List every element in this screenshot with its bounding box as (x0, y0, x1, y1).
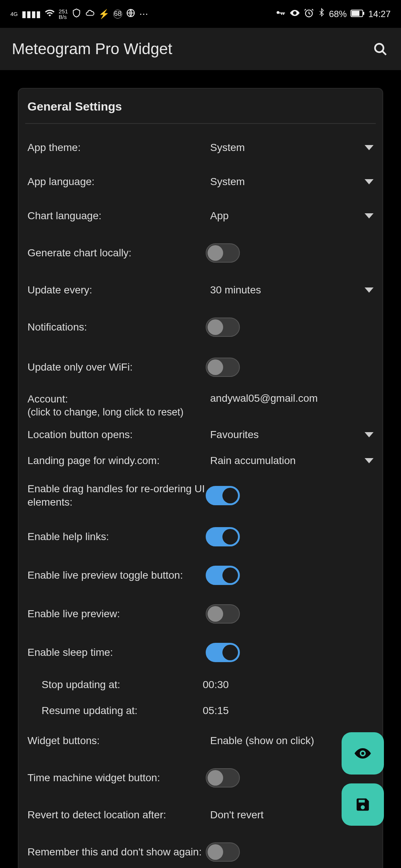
label-widget-buttons: Widget buttons: (27, 734, 206, 747)
fab-save[interactable] (342, 783, 384, 826)
search-button[interactable] (371, 40, 389, 58)
alarm-icon (304, 8, 314, 20)
save-icon (355, 796, 371, 813)
label-account-sub: (click to change, long click to reset) (27, 406, 206, 419)
label-resume-updating: Resume updating at: (27, 704, 198, 717)
svg-rect-3 (352, 11, 359, 16)
signal-icon: ▮▮▮▮ (22, 9, 41, 19)
label-chart-language: Chart language: (27, 209, 206, 223)
row-location-button[interactable]: Location button opens: Favourites (22, 422, 379, 448)
app-bar: Meteogram Pro Widget (0, 28, 401, 70)
section-title: General Settings (22, 100, 379, 123)
label-app-language: App language: (27, 175, 206, 188)
label-windy-landing: Landing page for windy.com: (27, 454, 206, 467)
label-update-wifi: Update only over WiFi: (27, 361, 206, 374)
value-app-language: System (206, 176, 359, 188)
chevron-down-icon (365, 213, 374, 218)
row-generate-chart-locally[interactable]: Generate chart locally: (22, 233, 379, 273)
switch-sleep-time[interactable] (206, 643, 240, 662)
svg-point-5 (375, 44, 384, 52)
value-stop-updating: 00:30 (198, 679, 374, 691)
label-account: Account: (click to change, long click to… (27, 392, 206, 419)
network-4g-icon: 4G (10, 11, 18, 17)
more-icon: ⋯ (139, 9, 148, 19)
row-update-every[interactable]: Update every: 30 minutes (22, 273, 379, 307)
row-live-preview-toggle[interactable]: Enable live preview toggle button: (22, 556, 379, 595)
label-revert-location: Revert to detect location after: (27, 808, 206, 822)
row-sleep-time[interactable]: Enable sleep time: (22, 633, 379, 672)
row-time-machine[interactable]: Time machine widget button: (22, 758, 379, 798)
chevron-down-icon (365, 432, 374, 437)
content-area: General Settings App theme: System App l… (0, 70, 401, 868)
label-time-machine: Time machine widget button: (27, 771, 206, 785)
row-stop-updating[interactable]: Stop updating at: 00:30 (22, 672, 379, 698)
row-revert-location[interactable]: Revert to detect location after: Don't r… (22, 798, 379, 832)
chevron-down-icon (365, 458, 374, 463)
divider (25, 123, 376, 124)
switch-live-preview-toggle[interactable] (206, 566, 240, 585)
row-app-theme[interactable]: App theme: System (22, 131, 379, 165)
wifi-icon (45, 8, 55, 20)
temp-icon: 68 (113, 10, 122, 19)
battery-pct: 68% (329, 9, 347, 19)
status-left: 4G ▮▮▮▮ 251 B/s ⚡ 68 ⋯ (10, 8, 148, 20)
row-resume-updating[interactable]: Resume updating at: 05:15 (22, 698, 379, 724)
key-icon (275, 7, 286, 21)
switch-update-wifi[interactable] (206, 358, 240, 377)
value-location-button: Favourites (206, 429, 359, 441)
row-update-wifi[interactable]: Update only over WiFi: (22, 347, 379, 387)
value-account: andywal05@gmail.com (206, 392, 374, 404)
label-drag-handles: Enable drag handles for re-ordering UI e… (27, 482, 206, 509)
chevron-down-icon (365, 145, 374, 150)
row-widget-buttons[interactable]: Widget buttons: Enable (show on click) (22, 724, 379, 758)
label-live-preview: Enable live preview: (27, 607, 206, 621)
row-live-preview[interactable]: Enable live preview: (22, 595, 379, 633)
row-notifications[interactable]: Notifications: (22, 307, 379, 347)
label-app-theme: App theme: (27, 141, 206, 154)
cloud-icon (85, 8, 95, 20)
switch-time-machine[interactable] (206, 768, 240, 788)
search-icon (372, 41, 388, 57)
label-notifications: Notifications: (27, 320, 206, 334)
switch-remember[interactable] (206, 842, 240, 862)
label-location-button: Location button opens: (27, 428, 206, 441)
label-stop-updating: Stop updating at: (27, 678, 198, 691)
label-live-preview-toggle: Enable live preview toggle button: (27, 569, 206, 582)
switch-drag-handles[interactable] (206, 486, 240, 505)
svg-rect-4 (363, 12, 364, 15)
page-title: Meteogram Pro Widget (12, 40, 172, 58)
value-chart-language: App (206, 210, 359, 222)
value-update-every: 30 minutes (206, 284, 359, 296)
label-generate-chart-locally: Generate chart locally: (27, 246, 206, 260)
status-right: 68% 14:27 (275, 7, 391, 21)
row-windy-landing[interactable]: Landing page for windy.com: Rain accumul… (22, 448, 379, 474)
chevron-down-icon (365, 287, 374, 293)
settings-card: General Settings App theme: System App l… (18, 88, 383, 868)
globe-icon (126, 8, 136, 20)
value-resume-updating: 05:15 (198, 705, 374, 717)
value-app-theme: System (206, 142, 359, 154)
switch-help-links[interactable] (206, 527, 240, 546)
switch-notifications[interactable] (206, 318, 240, 337)
label-remember: Remember this and don't show again: (27, 845, 206, 859)
switch-generate-chart-locally[interactable] (206, 243, 240, 263)
fab-stack (342, 732, 384, 826)
battery-icon (351, 9, 365, 19)
row-account[interactable]: Account: (click to change, long click to… (22, 387, 379, 422)
value-widget-buttons: Enable (show on click) (206, 735, 359, 747)
net-rate: 251 B/s (59, 9, 68, 20)
chevron-down-icon (365, 179, 374, 184)
row-remember-dont-show[interactable]: Remember this and don't show again: (22, 832, 379, 868)
value-windy-landing: Rain accumulation (206, 455, 359, 467)
switch-live-preview[interactable] (206, 604, 240, 624)
eye-icon (290, 8, 300, 20)
row-app-language[interactable]: App language: System (22, 165, 379, 199)
bluetooth-icon (318, 8, 325, 20)
label-sleep-time: Enable sleep time: (27, 646, 206, 659)
label-help-links: Enable help links: (27, 530, 206, 543)
row-help-links[interactable]: Enable help links: (22, 517, 379, 556)
bolt-icon: ⚡ (98, 9, 110, 19)
fab-preview[interactable] (342, 732, 384, 775)
row-drag-handles[interactable]: Enable drag handles for re-ordering UI e… (22, 474, 379, 517)
row-chart-language[interactable]: Chart language: App (22, 199, 379, 233)
